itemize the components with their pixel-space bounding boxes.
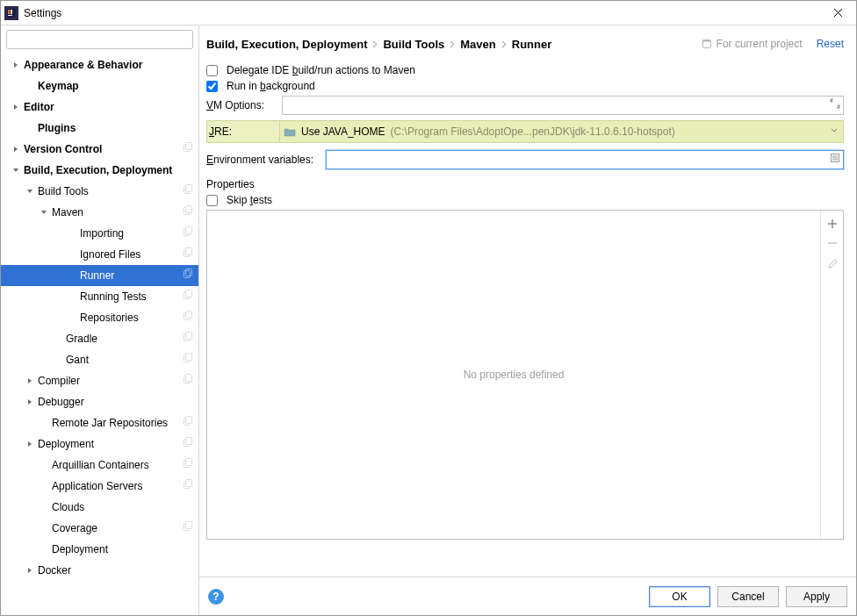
- tree-item-label: Gant: [66, 354, 89, 366]
- project-scope-icon: [182, 521, 193, 533]
- tree-item-label: Running Tests: [80, 290, 147, 303]
- svg-rect-11: [186, 206, 192, 213]
- list-edit-icon[interactable]: [830, 153, 840, 163]
- expand-icon[interactable]: [830, 98, 840, 109]
- jre-row: JRE: Use JAVA_HOME (C:\Program Files\Ado…: [206, 120, 844, 143]
- breadcrumb-part[interactable]: Build Tools: [383, 38, 444, 51]
- project-scope-icon: [182, 458, 193, 469]
- background-checkbox-row: Run in background: [206, 80, 844, 92]
- svg-rect-27: [186, 375, 192, 382]
- help-button[interactable]: ?: [208, 589, 224, 605]
- tree-item-version-control[interactable]: Version Control: [1, 139, 198, 160]
- remove-property-button[interactable]: [826, 237, 839, 249]
- tree-item-gradle[interactable]: Gradle: [1, 328, 198, 349]
- svg-rect-15: [186, 248, 192, 255]
- vm-options-label: VM Options:: [206, 99, 277, 111]
- tree-item-docker[interactable]: Docker: [1, 560, 198, 581]
- svg-rect-19: [186, 290, 192, 297]
- ok-button[interactable]: OK: [649, 586, 710, 607]
- delegate-label: Delegate IDE build/run actions to Maven: [227, 64, 415, 76]
- chevron-down-icon: [25, 188, 34, 195]
- tree-item-gant[interactable]: Gant: [1, 349, 198, 370]
- tree-item-importing[interactable]: Importing: [1, 223, 198, 244]
- vm-options-input[interactable]: [282, 96, 844, 115]
- tree-item-label: Remote Jar Repositories: [52, 417, 168, 429]
- tree-item-deployment[interactable]: Deployment: [1, 539, 198, 560]
- properties-section-label: Properties: [206, 178, 844, 190]
- tree-item-deployment[interactable]: Deployment: [1, 433, 198, 455]
- tree-item-application-servers[interactable]: Application Servers: [1, 476, 198, 497]
- project-scope-icon: [182, 205, 193, 217]
- svg-rect-17: [186, 269, 192, 276]
- settings-tree[interactable]: Appearance & BehaviorKeymapEditorPlugins…: [1, 53, 198, 615]
- tree-item-keymap[interactable]: Keymap: [1, 75, 198, 97]
- project-scope-icon: [182, 184, 193, 196]
- jre-dropdown[interactable]: Use JAVA_HOME (C:\Program Files\AdoptOpe…: [279, 121, 843, 142]
- chevron-right-icon: [450, 40, 455, 48]
- svg-rect-21: [186, 312, 192, 319]
- reset-link[interactable]: Reset: [817, 38, 844, 50]
- chevron-right-icon: [25, 441, 34, 448]
- tree-item-ignored-files[interactable]: Ignored Files: [1, 244, 198, 265]
- chevron-right-icon: [501, 40, 507, 48]
- delegate-checkbox[interactable]: [206, 65, 218, 76]
- skip-tests-label: Skip tests: [227, 194, 272, 206]
- breadcrumb: Build, Execution, DeploymentBuild ToolsM…: [206, 38, 551, 51]
- edit-property-button[interactable]: [826, 256, 839, 269]
- project-scope-icon: [182, 247, 193, 259]
- delegate-checkbox-row: Delegate IDE build/run actions to Maven: [206, 64, 844, 76]
- env-vars-row: Environment variables:: [206, 150, 844, 169]
- svg-rect-1: [8, 15, 12, 16]
- tree-item-editor[interactable]: Editor: [1, 97, 198, 118]
- tree-item-label: Maven: [52, 206, 83, 218]
- tree-item-label: Application Servers: [52, 480, 142, 492]
- add-property-button[interactable]: [826, 218, 839, 230]
- tree-item-coverage[interactable]: Coverage: [1, 518, 198, 539]
- chevron-down-icon: [11, 167, 20, 174]
- breadcrumb-part[interactable]: Build, Execution, Deployment: [206, 38, 367, 51]
- chevron-right-icon: [11, 146, 20, 153]
- window-close-button[interactable]: [825, 4, 851, 23]
- skip-tests-row: Skip tests: [206, 194, 844, 206]
- breadcrumb-row: Build, Execution, DeploymentBuild ToolsM…: [206, 25, 844, 61]
- tree-item-debugger[interactable]: Debugger: [1, 391, 198, 412]
- tree-item-label: Repositories: [80, 312, 139, 324]
- svg-rect-37: [186, 522, 192, 529]
- skip-tests-checkbox[interactable]: [206, 195, 218, 206]
- env-vars-input[interactable]: [326, 150, 844, 169]
- tree-item-maven[interactable]: Maven: [1, 202, 198, 223]
- dialog-footer: ? OK Cancel Apply: [199, 577, 856, 615]
- tree-item-build-execution-deployment[interactable]: Build, Execution, Deployment: [1, 160, 198, 181]
- background-checkbox[interactable]: [206, 81, 218, 92]
- tree-item-runner[interactable]: Runner: [1, 265, 198, 286]
- tree-item-compiler[interactable]: Compiler: [1, 370, 198, 391]
- tree-item-label: Compiler: [38, 375, 80, 387]
- settings-search-input[interactable]: [6, 30, 193, 49]
- chevron-right-icon: [25, 398, 34, 405]
- tree-item-repositories[interactable]: Repositories: [1, 307, 198, 328]
- project-scope-icon: [182, 290, 193, 301]
- tree-item-clouds[interactable]: Clouds: [1, 497, 198, 518]
- tree-item-remote-jar-repositories[interactable]: Remote Jar Repositories: [1, 412, 198, 433]
- tree-item-running-tests[interactable]: Running Tests: [1, 286, 198, 307]
- svg-rect-9: [186, 185, 192, 192]
- tree-item-label: Deployment: [52, 543, 108, 555]
- tree-item-arquillian-containers[interactable]: Arquillian Containers: [1, 455, 198, 476]
- project-scope-icon: [182, 142, 193, 154]
- project-scope-icon: [182, 226, 193, 238]
- breadcrumb-part[interactable]: Maven: [460, 38, 495, 51]
- tree-item-appearance-behavior[interactable]: Appearance & Behavior: [1, 54, 198, 75]
- tree-item-build-tools[interactable]: Build Tools: [1, 181, 198, 202]
- properties-box: No properties defined: [206, 210, 844, 540]
- svg-rect-13: [186, 227, 192, 234]
- apply-button[interactable]: Apply: [786, 586, 847, 607]
- tree-item-label: Arquillian Containers: [52, 459, 149, 471]
- background-label: Run in background: [227, 80, 315, 92]
- cancel-button[interactable]: Cancel: [717, 586, 779, 607]
- svg-rect-25: [186, 354, 192, 361]
- svg-rect-39: [702, 40, 710, 42]
- breadcrumb-part: Runner: [512, 38, 552, 51]
- tree-item-label: Clouds: [52, 501, 84, 513]
- tree-item-plugins[interactable]: Plugins: [1, 118, 198, 139]
- chevron-right-icon: [11, 104, 20, 111]
